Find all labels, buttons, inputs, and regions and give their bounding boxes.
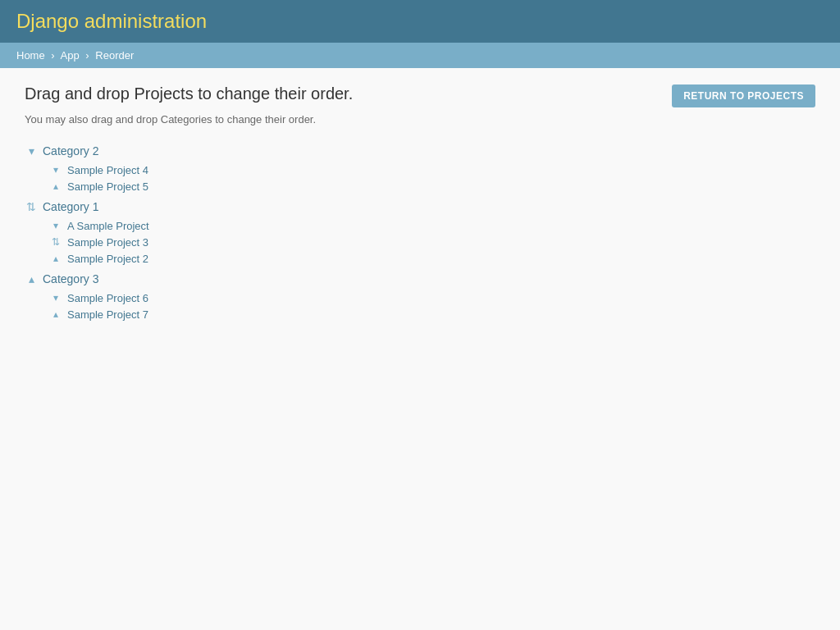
breadcrumb-app[interactable]: App — [61, 49, 80, 62]
page-title: Drag and drop Projects to change their o… — [25, 84, 353, 103]
breadcrumb-separator-2: › — [85, 49, 89, 62]
projects-container: ▾Sample Project 6▴Sample Project 7 — [25, 290, 815, 322]
project-row[interactable]: ▾Sample Project 6 — [49, 290, 815, 306]
header: Django administration — [0, 0, 840, 43]
project-row[interactable]: ▾A Sample Project — [49, 217, 815, 234]
category-item: ▾Category 2▾Sample Project 4▴Sample Proj… — [25, 142, 815, 194]
project-row[interactable]: ▴Sample Project 7 — [49, 306, 815, 322]
project-sort-icon: ▴ — [49, 308, 62, 321]
breadcrumb-home[interactable]: Home — [16, 49, 45, 62]
category-row[interactable]: ⇅Category 1 — [25, 198, 815, 216]
projects-container: ▾A Sample Project⇅Sample Project 3▴Sampl… — [25, 217, 815, 267]
reorder-list: ▾Category 2▾Sample Project 4▴Sample Proj… — [25, 142, 815, 322]
title-area: Drag and drop Projects to change their o… — [25, 84, 353, 110]
project-label: A Sample Project — [67, 220, 149, 232]
project-row[interactable]: ⇅Sample Project 3 — [49, 234, 815, 250]
project-sort-icon: ▾ — [49, 291, 62, 304]
project-label: Sample Project 4 — [67, 164, 148, 176]
project-row[interactable]: ▾Sample Project 4 — [49, 162, 815, 178]
category-label: Category 3 — [43, 272, 98, 285]
breadcrumbs: Home › App › Reorder — [0, 43, 840, 68]
project-sort-icon: ▴ — [49, 252, 62, 265]
breadcrumb-separator-1: › — [51, 49, 54, 62]
category-sort-icon: ▾ — [25, 144, 38, 158]
top-row: Drag and drop Projects to change their o… — [25, 84, 815, 110]
project-sort-icon: ⇅ — [49, 235, 62, 249]
project-row[interactable]: ▴Sample Project 5 — [49, 178, 815, 194]
project-sort-icon: ▾ — [49, 219, 62, 232]
category-row[interactable]: ▾Category 2 — [25, 142, 815, 160]
project-sort-icon: ▴ — [49, 180, 62, 193]
breadcrumb-current: Reorder — [95, 49, 134, 62]
category-label: Category 2 — [43, 144, 98, 158]
category-item: ▴Category 3▾Sample Project 6▴Sample Proj… — [25, 270, 815, 322]
return-to-projects-button[interactable]: RETURN TO PROJECTS — [672, 84, 815, 107]
page-subtitle: You may also drag and drop Categories to… — [25, 113, 815, 126]
content: Drag and drop Projects to change their o… — [0, 68, 840, 342]
category-row[interactable]: ▴Category 3 — [25, 270, 815, 288]
project-label: Sample Project 3 — [67, 236, 148, 249]
project-row[interactable]: ▴Sample Project 2 — [49, 250, 815, 267]
project-sort-icon: ▾ — [49, 163, 62, 176]
project-label: Sample Project 5 — [67, 180, 148, 193]
project-label: Sample Project 7 — [67, 308, 148, 321]
project-label: Sample Project 2 — [67, 253, 148, 265]
project-label: Sample Project 6 — [67, 292, 148, 304]
category-sort-icon: ▴ — [25, 272, 38, 285]
category-sort-icon: ⇅ — [25, 200, 38, 213]
category-label: Category 1 — [43, 200, 98, 213]
site-title: Django administration — [16, 10, 824, 33]
projects-container: ▾Sample Project 4▴Sample Project 5 — [25, 162, 815, 194]
category-item: ⇅Category 1▾A Sample Project⇅Sample Proj… — [25, 198, 815, 267]
